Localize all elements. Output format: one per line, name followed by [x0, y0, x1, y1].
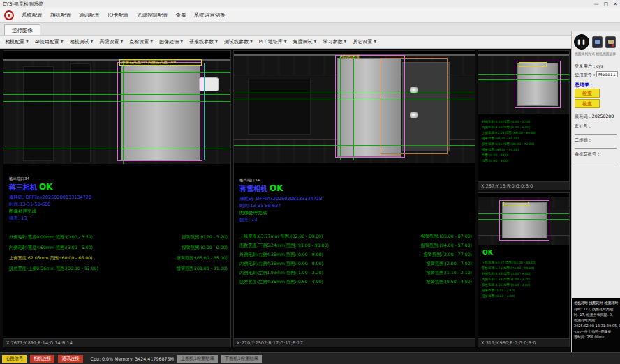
chevron-down-icon: ▼: [250, 39, 253, 43]
chevron-down-icon: ▼: [314, 39, 317, 43]
login-user-label: 登录用户：: [575, 63, 596, 68]
offset-text: 脱差: 13: [9, 215, 27, 222]
preview-camera-image[interactable]: [478, 54, 569, 114]
chevron-down-icon: ▼: [284, 39, 287, 43]
menu-item-io-config[interactable]: IO卡配置: [108, 12, 129, 19]
preview-camera-image[interactable]: [478, 197, 569, 245]
chevron-down-icon: ▼: [61, 39, 64, 43]
minimize-button[interactable]: —: [594, 1, 599, 8]
toolbar-baseline-params[interactable]: 基准线参数▼: [189, 38, 218, 45]
preview-line: 内侧毛刺:1.93 范围:(1.00 - 2.20): [482, 277, 568, 282]
pixel-coordinate-readout: X:7677;Y:891;R:14;G:14;B:14: [3, 338, 230, 347]
barcode-text: 康耗码: DFFlinx2025020813313472B: [9, 195, 91, 201]
pixel-coordinate-readout: X:311;Y:980;R:0;G:0;B:0: [478, 338, 569, 347]
center-camera-image[interactable]: AI识别区域: [234, 54, 475, 163]
batch-input[interactable]: [575, 157, 617, 162]
center-camera-panel: AI识别区域 输出端口34 蒋雪相机OK 康耗码: DFFlinx2025020…: [233, 50, 475, 347]
measure-value: 内侧毛刺:右侧4.38mm 范围:(0.00 - 9.00): [239, 261, 372, 267]
machine-structure: [70, 63, 91, 162]
alarm-range: 报警范围:(65.00 - 85.00): [177, 255, 228, 261]
tab-run-image[interactable]: 运行图像: [4, 24, 40, 36]
pixel-coordinate-readout: X:267;Y:13;R:0;G:0;B:0: [478, 181, 569, 190]
login-user-value: cys: [596, 63, 603, 68]
menu-item-view[interactable]: 查看: [176, 12, 186, 19]
toolbar-spot-check[interactable]: 点检设置▼: [129, 38, 153, 45]
result-status-box-2[interactable]: 检查: [575, 99, 600, 108]
process-done-text: 图像处理完成: [9, 208, 36, 215]
preview-panel-bottom: OK 上线宽度:63.77 范围:(82.00 - 88.00) 面数宽度:5.…: [478, 192, 570, 347]
maximize-button[interactable]: □: [604, 1, 609, 8]
stats-line: 检测耗时周期:: [574, 317, 619, 323]
output-port-note: 输出端口34: [9, 176, 29, 181]
toolbar-image-process[interactable]: 图像处理▼: [159, 38, 183, 45]
preview-line: 外侧毛刺:4.38 范围:(0.00 - 9.00): [482, 271, 568, 277]
alarm-range: 报警范围:(89.00 - 91.00): [177, 266, 228, 272]
measure-value: 内侧毛刺:左侧1.93mm 范围:(1.00 - 2.20): [239, 270, 372, 276]
toolbar-plc-address[interactable]: PLC地址库▼: [259, 38, 287, 45]
menu-item-camera-config[interactable]: 相机配置: [50, 12, 71, 19]
measure-row: 内侧毛刺:左侧1.93mm 范围:(1.00 - 2.20)报警范围:(1.10…: [239, 268, 472, 278]
model-select[interactable]: Mode11: [596, 71, 618, 77]
close-button[interactable]: ✕: [613, 1, 617, 8]
menu-item-light-config[interactable]: 光源控制配置: [137, 12, 168, 19]
qr-input[interactable]: [575, 143, 617, 149]
measure-value: 上线宽度:63.77mm 范围:(82.00 - 88.00): [239, 234, 372, 240]
heartbeat-status-badge: 心跳信号: [2, 355, 27, 363]
time-text: 时间:13-31-59-600: [9, 202, 50, 208]
stats-line: -cys一件上拍照--图像处: [574, 328, 619, 334]
camera-title: 蒋三相机OK: [9, 182, 53, 192]
preview-line: 报警范围:(89.00 - 91.00): [482, 147, 568, 153]
needle-input[interactable]: [575, 129, 617, 135]
preview-line: 范围:(0.60 - 4.00): [482, 158, 568, 164]
measure-row: 上侧宽度:62.05mm 范围:(60.00 - 66.00)报警范围:(65.…: [9, 253, 228, 264]
toolbar-angle-debug[interactable]: 角度调试▼: [293, 38, 317, 45]
pause-button[interactable]: ❚❚: [574, 34, 589, 50]
toolbar-advanced-settings[interactable]: 高级设置▼: [99, 38, 123, 45]
barcode-row: 康耗码：20250208: [575, 114, 614, 120]
toolbar-ai-config[interactable]: AI使用配置▼: [35, 38, 64, 45]
camera-live-button[interactable]: [592, 36, 603, 48]
login-user-row: 登录用户：cys: [575, 63, 603, 70]
measure-value: 上侧宽度:62.05mm 范围:(60.00 - 66.00): [9, 255, 126, 261]
preview-line: 外侧毛刺:0.00 范围:(0.00 - 3.50): [482, 119, 568, 125]
toolbar-camera-config[interactable]: 相机配置▼: [5, 38, 29, 45]
label-box: [519, 62, 547, 67]
toolbar-learning-params[interactable]: 学习参数▼: [323, 38, 346, 45]
toolbar-other-settings[interactable]: 其它设置▼: [353, 38, 376, 45]
preview-line: 面数宽度:5.24 范围:(93.00 - 98.00): [482, 266, 568, 271]
measure-row: 脱差宽度-上侧0.56mm 范围:(88.00 - 92.00)报警范围:(89…: [9, 264, 228, 274]
toolbar-camera-debug[interactable]: 相机调试▼: [70, 38, 94, 45]
output-port-note: 输出端口34: [239, 178, 260, 183]
app-logo-icon: [4, 10, 14, 20]
menu-item-language[interactable]: 系统语言切换: [194, 12, 226, 19]
result-status-box-1[interactable]: 检查: [575, 89, 600, 98]
chevron-down-icon: ▼: [374, 39, 376, 43]
measurement-rows: 外侧毛刺:宽度0.00mm 范围:(0.00 - 3.50)报警范围:(0.20…: [9, 232, 228, 274]
window-title: CYS-视觉检测系统: [3, 1, 43, 8]
alarm-range: 报警范围:(0.20 - 3.20): [182, 234, 228, 241]
preview-result-lines: 外侧毛刺:0.00 范围:(0.00 - 3.50) 内侧毛刺:4.60 范围:…: [482, 119, 568, 164]
toolbar-testline-params[interactable]: 测试线参数▼: [224, 38, 253, 45]
record-dot-icon: [612, 44, 614, 47]
window-controls: — □ ✕: [594, 1, 618, 8]
alarm-range: 报警范围:(1.10 - 2.10): [427, 270, 472, 276]
alarm-range: 报警范围:(83.00 - 87.00): [421, 234, 472, 240]
preview-line: 脱差宽度:0.56 范围:(88.00 - 92.00): [482, 142, 568, 147]
barcode-value: 20250208: [592, 114, 614, 119]
camera-name: 蒋雪相机: [239, 185, 267, 192]
toolbar-label: 图像处理: [159, 38, 179, 45]
menu-item-system-config[interactable]: 系统配置: [22, 12, 43, 19]
pause-icon: ❚❚: [577, 39, 586, 45]
right-sidebar: ❚❚ 画面排列方式 相机画面选择 登录用户：cys 使用型号：Mode11 总结…: [571, 31, 620, 352]
menu-item-comm-config[interactable]: 通讯配置: [79, 12, 100, 19]
toolbar-label: 角度调试: [293, 38, 313, 45]
stats-header: 相机耗时 找图耗时 检测耗时: [574, 300, 619, 305]
cpu-memory-readout: Cpu: 0.0% Memory: 3424.41796875M: [91, 356, 174, 361]
tabstrip: 运行图像: [0, 22, 620, 35]
left-camera-image[interactable]: 外侧右高度:93 内侧右高度:100: [3, 59, 230, 164]
measurement-rows: 上线宽度:63.77mm 范围:(82.00 - 88.00)报警范围:(83.…: [239, 232, 472, 287]
stats-line: 时: 17, 检测分布周期: 0,: [574, 312, 619, 317]
barcode-label: 康耗码：: [575, 114, 592, 119]
camera-capture-button[interactable]: [605, 36, 616, 48]
menubar: 系统配置 相机配置 通讯配置 IO卡配置 光源控制配置 查看 系统语言切换: [0, 8, 620, 22]
